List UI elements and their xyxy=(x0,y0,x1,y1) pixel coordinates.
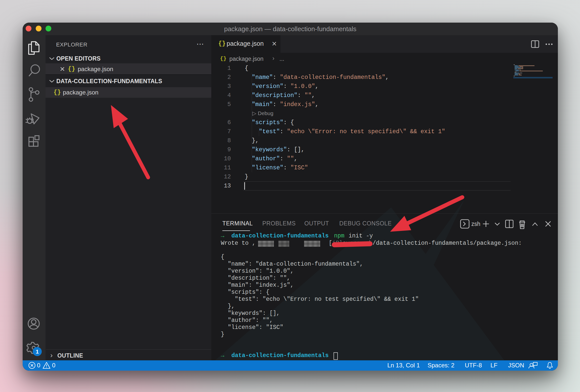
svg-text:Ln 13, Col 1: Ln 13, Col 1 xyxy=(387,362,420,369)
svg-text:JSON: JSON xyxy=(508,362,524,369)
svg-text:UTF-8: UTF-8 xyxy=(465,362,482,369)
svg-text:1: 1 xyxy=(36,349,39,355)
svg-text:0: 0 xyxy=(37,362,40,369)
svg-text:LF: LF xyxy=(490,362,498,369)
svg-text:Spaces: 2: Spaces: 2 xyxy=(428,362,454,369)
svg-text:zsh: zsh xyxy=(471,221,480,227)
svg-text:0: 0 xyxy=(52,362,55,369)
